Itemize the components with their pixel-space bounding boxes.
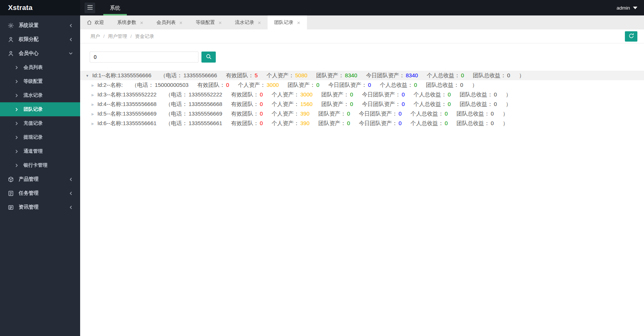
field-label: 今日团队资产：	[362, 91, 401, 98]
field-label: 团队总收益：	[426, 82, 459, 88]
record-today-team-assets: 今日团队资产：0	[359, 120, 401, 126]
field-value: 13355556669	[189, 110, 222, 117]
field-label: 有效团队：	[231, 91, 259, 98]
field-value: 0	[347, 120, 350, 126]
field-label: 有效团队：	[231, 101, 259, 107]
sidebar-item-通道管理[interactable]: 通道管理	[0, 144, 80, 158]
close-paren: ）	[472, 82, 477, 88]
record-personal-assets: 个人资产：3000	[238, 82, 279, 88]
breadcrumb-item-用户[interactable]: 用户	[90, 33, 100, 39]
tab-系统参数[interactable]: 系统参数×	[111, 15, 150, 29]
tab-欢迎[interactable]: 欢迎	[80, 15, 111, 29]
sidebar-menu: 系统设置权限分配会员中心会员列表等级配置流水记录团队记录充值记录提现记录通道管理…	[0, 15, 80, 214]
sidebar: Xstrata 系统设置权限分配会员中心会员列表等级配置流水记录团队记录充值记录…	[0, 0, 80, 336]
sidebar-item-流水记录[interactable]: 流水记录	[0, 88, 80, 102]
team-record-row[interactable]: ▶Id:5--名称:13355556669（电话：13355556669有效团队…	[80, 109, 644, 119]
record-team-income: 团队总收益：0	[459, 91, 497, 98]
field-value: 0	[350, 91, 353, 98]
record-team-assets: 团队资产：0	[318, 110, 350, 117]
sidebar-item-label: 权限分配	[19, 36, 39, 43]
tree-collapsed-icon[interactable]: ▶	[92, 90, 94, 100]
team-record-row[interactable]: ▶Id:4--名称:13355556668（电话：13355556668有效团队…	[80, 99, 644, 109]
field-value: 0	[398, 120, 401, 126]
sidebar-item-团队记录[interactable]: 团队记录	[0, 102, 80, 116]
sidebar-item-会员中心[interactable]: 会员中心	[0, 46, 80, 60]
field-value: 0	[347, 110, 350, 117]
topnav-system[interactable]: 系统	[103, 0, 127, 15]
team-record-row[interactable]: ▼Id:1--名称:13355556666（电话：13355556666有效团队…	[80, 71, 644, 80]
tab-会员列表[interactable]: 会员列表×	[150, 15, 189, 29]
field-label: （电话：	[160, 72, 182, 78]
sidebar-item-资讯管理[interactable]: 资讯管理	[0, 200, 80, 214]
record-team-assets: 团队资产：0	[288, 82, 319, 88]
field-value: 0	[445, 120, 448, 126]
field-value: 0	[414, 82, 417, 88]
sidebar-item-充值记录[interactable]: 充值记录	[0, 116, 80, 130]
sidebar-item-权限分配[interactable]: 权限分配	[0, 32, 80, 46]
menu-toggle-button[interactable]	[85, 3, 95, 13]
breadcrumb-item-用户管理[interactable]: 用户管理	[108, 33, 127, 39]
sidebar-item-产品管理[interactable]: 产品管理	[0, 172, 80, 186]
sidebar-item-提现记录[interactable]: 提现记录	[0, 130, 80, 144]
field-label: （电话：	[165, 120, 187, 126]
field-value: 5	[255, 72, 258, 78]
field-label: 个人资产：	[272, 120, 299, 126]
field-value: 0	[402, 101, 405, 107]
product-icon	[7, 176, 14, 183]
tab-close-icon[interactable]: ×	[297, 20, 300, 25]
sidebar-item-系统设置[interactable]: 系统设置	[0, 18, 80, 32]
record-title: Id:6--名称:13355556661	[97, 120, 157, 126]
tab-close-icon[interactable]: ×	[140, 20, 143, 25]
tab-团队记录[interactable]: 团队记录×	[268, 15, 307, 29]
tab-流水记录[interactable]: 流水记录×	[228, 15, 268, 29]
search-row	[90, 52, 644, 63]
field-label: 今日团队资产：	[366, 72, 405, 78]
refresh-icon	[628, 33, 634, 40]
field-value: 390	[300, 110, 310, 117]
tree-collapsed-icon[interactable]: ▶	[92, 81, 94, 90]
tree-collapsed-icon[interactable]: ▶	[92, 109, 94, 119]
chevron-down-icon	[69, 52, 73, 55]
record-valid-team: 有效团队：0	[231, 110, 263, 117]
chevron-right-icon	[15, 79, 18, 84]
field-label: 个人资产：	[272, 110, 299, 117]
search-input[interactable]	[90, 52, 198, 63]
team-record-row[interactable]: ▶Id:2--名称:（电话：15000000503有效团队：0个人资产：3000…	[80, 80, 644, 90]
tab-close-icon[interactable]: ×	[258, 20, 261, 25]
tab-close-icon[interactable]: ×	[219, 20, 222, 25]
sidebar-item-任务管理[interactable]: 任务管理	[0, 186, 80, 200]
tree-expanded-icon[interactable]: ▼	[86, 71, 89, 81]
tab-等级配置[interactable]: 等级配置×	[189, 15, 229, 29]
sidebar-item-label: 会员中心	[19, 50, 39, 57]
user-menu[interactable]: admin	[616, 5, 637, 11]
home-icon	[87, 20, 92, 25]
sidebar-item-等级配置[interactable]: 等级配置	[0, 74, 80, 88]
sidebar-item-银行卡管理[interactable]: 银行卡管理	[0, 158, 80, 172]
sidebar-item-label: 产品管理	[19, 176, 39, 183]
tab-close-icon[interactable]: ×	[179, 20, 183, 25]
breadcrumb-item-资金记录[interactable]: 资金记录	[135, 33, 154, 39]
field-label: （电话：	[165, 91, 187, 98]
record-title: Id:3--名称:13355552222	[97, 91, 157, 98]
field-value: 8340	[345, 72, 357, 78]
team-record-row[interactable]: ▶Id:6--名称:13355556661（电话：13355556661有效团队…	[80, 119, 644, 128]
tree-collapsed-icon[interactable]: ▶	[92, 100, 94, 109]
field-value: 0	[494, 101, 497, 107]
tree-collapsed-icon[interactable]: ▶	[92, 119, 94, 128]
sidebar-item-label: 系统设置	[19, 22, 39, 29]
refresh-button[interactable]	[625, 31, 637, 42]
topnav-system-label: 系统	[110, 5, 120, 11]
record-today-team-assets: 今日团队资产：0	[362, 101, 405, 107]
field-label: 团队总收益：	[457, 120, 490, 126]
field-label: 有效团队：	[226, 72, 254, 78]
record-title: Id:2--名称:	[97, 82, 123, 88]
team-record-row[interactable]: ▶Id:3--名称:13355552222（电话：13355552222有效团队…	[80, 90, 644, 99]
field-label: 个人总收益：	[414, 101, 447, 107]
search-button[interactable]	[201, 52, 216, 63]
search-icon	[205, 53, 212, 61]
record-team-income: 团队总收益：0	[426, 82, 463, 88]
caret-down-icon	[633, 7, 637, 9]
sidebar-item-会员列表[interactable]: 会员列表	[0, 60, 80, 74]
record-personal-income: 个人总收益：0	[414, 101, 451, 107]
field-label: 个人资产：	[272, 91, 299, 98]
